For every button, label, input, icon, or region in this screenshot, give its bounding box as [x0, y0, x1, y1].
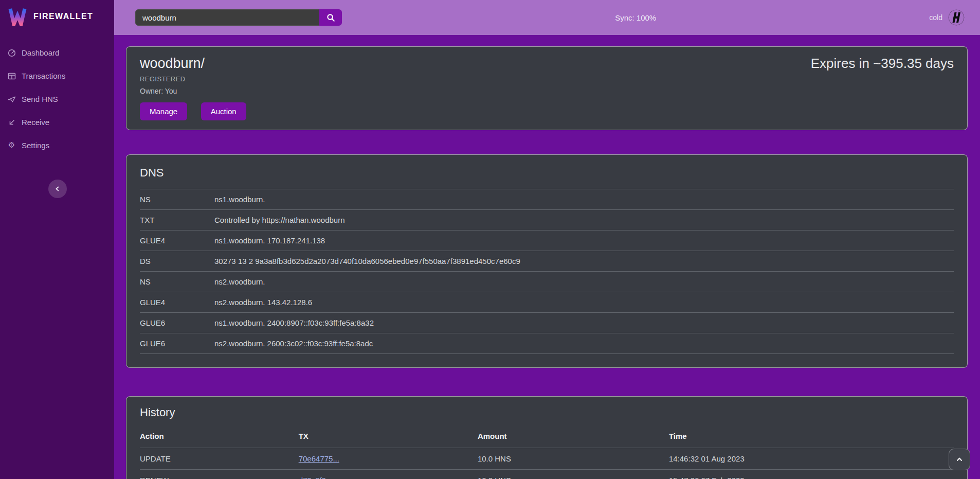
chevron-left-icon — [54, 185, 61, 192]
dns-record-type: GLUE4 — [140, 230, 214, 251]
app-title: FIREWALLET — [33, 12, 93, 21]
scroll-top-button[interactable] — [949, 449, 970, 470]
sidebar-item-settings[interactable]: ⚙ Settings — [0, 134, 114, 157]
dns-record-value: Controlled by https://nathan.woodburn — [214, 210, 954, 230]
history-col-tx: TX — [299, 429, 478, 448]
sidebar-item-dashboard[interactable]: Dashboard — [0, 41, 114, 64]
topbar: Sync: 100% cold — [114, 0, 980, 35]
main-content: woodburn/ REGISTERED Owner: You Manage A… — [114, 35, 980, 479]
sync-status: Sync: 100% — [342, 13, 929, 22]
history-action: RENEW — [140, 470, 299, 479]
dns-record-row: GLUE4 ns1.woodburn. 170.187.241.138 — [140, 230, 954, 251]
dns-record-value: ns2.woodburn. 2600:3c02::f03c:93ff:fe5a:… — [214, 333, 954, 354]
domain-owner: Owner: You — [140, 87, 246, 95]
dns-record-type: DS — [140, 251, 214, 272]
dns-record-value: ns1.woodburn. — [214, 189, 954, 210]
search-icon — [326, 13, 335, 22]
dns-record-row: TXT Controlled by https://nathan.woodbur… — [140, 210, 954, 230]
dns-record-row: GLUE6 ns2.woodburn. 2600:3c02::f03c:93ff… — [140, 333, 954, 354]
dns-record-type: GLUE6 — [140, 313, 214, 333]
search-button[interactable] — [319, 9, 342, 26]
app-logo: FIREWALLET — [0, 0, 114, 33]
sidebar-item-send-hns[interactable]: Send HNS — [0, 87, 114, 111]
wallet-selector[interactable]: cold — [929, 9, 965, 26]
search-group — [135, 9, 342, 26]
sidebar-item-label: Send HNS — [22, 95, 58, 103]
firewallet-logo-icon — [8, 7, 27, 26]
dns-title: DNS — [140, 166, 954, 180]
wallet-name: cold — [929, 13, 942, 22]
domain-status-badge: REGISTERED — [140, 75, 246, 83]
domain-info: woodburn/ REGISTERED Owner: You Manage A… — [140, 56, 246, 120]
sidebar-item-receive[interactable]: Receive — [0, 111, 114, 134]
history-amount: 10.0 HNS — [478, 470, 669, 479]
dns-card: DNS NS ns1.woodburn. TXT Controlled by h… — [126, 154, 968, 368]
dns-record-value: ns1.woodburn. 2400:8907::f03c:93ff:fe5a:… — [214, 313, 954, 333]
history-row: RENEW d73c8f9... 10.0 HNS 15:47:36 07 Fe… — [140, 470, 954, 479]
chevron-up-icon — [955, 455, 964, 464]
tx-link[interactable]: d73c8f9... — [299, 476, 333, 479]
sidebar-item-label: Transactions — [22, 72, 65, 80]
dns-record-type: NS — [140, 272, 214, 292]
domain-name: woodburn/ — [140, 56, 246, 72]
history-row: UPDATE 70e64775... 10.0 HNS 14:46:32 01 … — [140, 448, 954, 470]
dns-record-type: NS — [140, 189, 214, 210]
dns-table: NS ns1.woodburn. TXT Controlled by https… — [140, 189, 954, 354]
send-icon — [7, 95, 16, 103]
receive-icon — [7, 118, 16, 127]
history-col-amount: Amount — [478, 429, 669, 448]
history-title: History — [140, 406, 954, 419]
dns-record-value: ns2.woodburn. 143.42.128.6 — [214, 292, 954, 313]
dns-record-row: DS 30273 13 2 9a3a8fb3d625d2a2073d740f10… — [140, 251, 954, 272]
history-action: UPDATE — [140, 448, 299, 470]
transactions-icon — [7, 72, 16, 80]
dns-record-value: ns2.woodburn. — [214, 272, 954, 292]
sidebar: FIREWALLET Dashboard Transactions Send H… — [0, 0, 114, 479]
dns-record-type: TXT — [140, 210, 214, 230]
dashboard-icon — [7, 48, 16, 57]
auction-button[interactable]: Auction — [201, 102, 246, 120]
dns-record-row: GLUE4 ns2.woodburn. 143.42.128.6 — [140, 292, 954, 313]
history-time: 14:46:32 01 Aug 2023 — [669, 448, 954, 470]
tx-link[interactable]: 70e64775... — [299, 454, 339, 463]
history-amount: 10.0 HNS — [478, 448, 669, 470]
domain-card: woodburn/ REGISTERED Owner: You Manage A… — [126, 46, 968, 130]
sidebar-item-label: Dashboard — [22, 48, 59, 57]
handshake-icon — [948, 9, 965, 26]
sidebar-nav: Dashboard Transactions Send HNS Receive … — [0, 41, 114, 157]
history-col-time: Time — [669, 429, 954, 448]
dns-record-value: ns1.woodburn. 170.187.241.138 — [214, 230, 954, 251]
history-header-row: Action TX Amount Time — [140, 429, 954, 448]
domain-expiry: Expires in ~395.35 days — [811, 56, 954, 120]
history-col-action: Action — [140, 429, 299, 448]
sidebar-item-label: Settings — [22, 141, 49, 150]
dns-record-type: GLUE6 — [140, 333, 214, 354]
history-card: History Action TX Amount Time UPDATE 70e… — [126, 396, 968, 479]
dns-record-value: 30273 13 2 9a3a8fb3d625d2a2073d740f10da6… — [214, 251, 954, 272]
dns-record-row: NS ns2.woodburn. — [140, 272, 954, 292]
gear-icon: ⚙ — [7, 141, 16, 150]
manage-button[interactable]: Manage — [140, 102, 187, 120]
dns-record-type: GLUE4 — [140, 292, 214, 313]
dns-record-row: GLUE6 ns1.woodburn. 2400:8907::f03c:93ff… — [140, 313, 954, 333]
history-time: 15:47:36 07 Feb 2023 — [669, 470, 954, 479]
search-input[interactable] — [135, 9, 319, 26]
dns-record-row: NS ns1.woodburn. — [140, 189, 954, 210]
sidebar-item-transactions[interactable]: Transactions — [0, 64, 114, 87]
sidebar-item-label: Receive — [22, 118, 49, 127]
sidebar-collapse-button[interactable] — [48, 180, 67, 198]
history-table: Action TX Amount Time UPDATE 70e64775...… — [140, 429, 954, 479]
